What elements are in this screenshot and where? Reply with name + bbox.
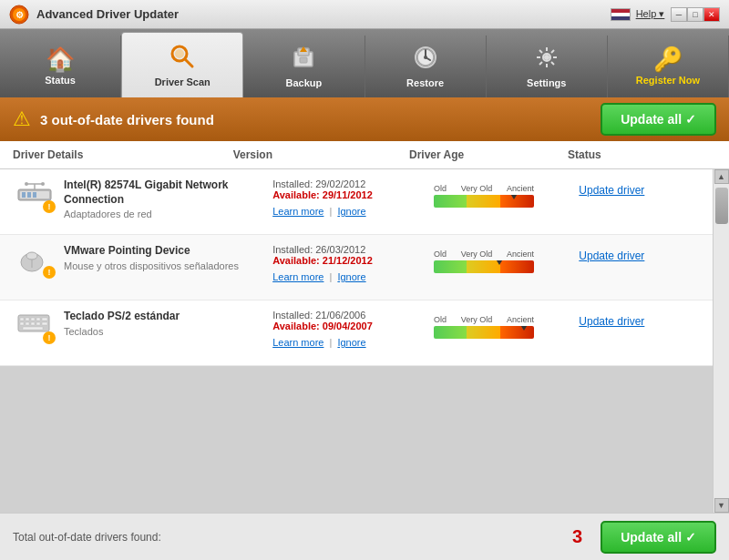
- svg-point-33: [41, 182, 45, 186]
- learn-more-link-2[interactable]: Learn more: [272, 271, 323, 282]
- svg-rect-42: [42, 318, 47, 321]
- nav-label-register: Register Now: [636, 75, 700, 86]
- age-bar-container-3: Old Very Old Ancient: [434, 315, 534, 339]
- version-installed-3: Installed: 21/06/2006: [272, 310, 434, 321]
- svg-line-20: [539, 50, 542, 53]
- age-bar-1: [434, 195, 534, 208]
- age-label-veryold-3: Very Old: [461, 315, 493, 324]
- driver-list: ! Intel(R) 82574L Gigabit Network Connec…: [0, 169, 713, 513]
- nav-item-driver-scan[interactable]: Driver Scan: [121, 32, 243, 97]
- warning-badge-1: !: [43, 200, 56, 213]
- svg-point-5: [175, 49, 184, 58]
- svg-rect-47: [42, 322, 47, 325]
- pipe-separator-3: |: [329, 337, 334, 348]
- alert-message: 3 out-of-date drivers found: [40, 112, 601, 127]
- warning-icon: ⚠: [13, 107, 31, 131]
- version-available-2: Available: 21/12/2012: [272, 255, 434, 266]
- maximize-button[interactable]: □: [687, 7, 703, 22]
- main-content: ⚠ 3 out-of-date drivers found Update all…: [0, 97, 729, 560]
- svg-line-23: [539, 62, 542, 65]
- nav-item-restore[interactable]: Restore: [365, 36, 487, 97]
- nav-label-status: Status: [45, 75, 76, 86]
- driver-info-1: Intel(R) 82574L Gigabit Network Connecti…: [64, 178, 272, 219]
- svg-point-36: [26, 252, 37, 260]
- svg-point-32: [25, 182, 28, 186]
- scrollbar-thumb[interactable]: [715, 188, 728, 224]
- nav-label-restore: Restore: [406, 77, 444, 88]
- scroll-up-arrow[interactable]: ▲: [714, 169, 729, 184]
- driver-version-2: Installed: 26/03/2012 Available: 21/12/2…: [272, 244, 434, 282]
- nav-item-settings[interactable]: Settings: [487, 36, 608, 97]
- col-header-status: Status: [568, 148, 700, 161]
- svg-rect-8: [300, 57, 307, 63]
- update-driver-link-2[interactable]: Update driver: [579, 249, 644, 262]
- total-label: Total out-of-date drivers found:: [13, 531, 572, 544]
- svg-rect-41: [36, 318, 40, 321]
- age-bar-container-1: Old Very Old Ancient: [434, 184, 534, 208]
- ignore-link-1[interactable]: Ignore: [337, 206, 365, 217]
- age-bar-2: [434, 260, 534, 273]
- col-header-version: Version: [233, 148, 409, 161]
- update-driver-link-1[interactable]: Update driver: [579, 184, 644, 197]
- driver-name-2: VMware Pointing Device: [64, 244, 265, 259]
- driver-icon-area-3: !: [13, 310, 56, 341]
- warning-badge-3: !: [43, 331, 56, 344]
- driver-category-1: Adaptadores de red: [64, 209, 265, 219]
- svg-rect-40: [31, 318, 35, 321]
- update-all-button-bottom[interactable]: Update all ✓: [601, 521, 716, 554]
- update-driver-link-3[interactable]: Update driver: [579, 315, 644, 328]
- nav-item-status[interactable]: 🏠 Status: [0, 36, 121, 97]
- driver-name-1: Intel(R) 82574L Gigabit Network Connecti…: [64, 178, 265, 207]
- update-all-button-top[interactable]: Update all ✓: [601, 103, 716, 136]
- version-installed-2: Installed: 26/03/2012: [272, 244, 434, 255]
- driver-icon-area-2: !: [13, 244, 56, 275]
- close-button[interactable]: ✕: [703, 7, 720, 22]
- help-button[interactable]: Help ▾: [636, 8, 665, 20]
- age-label-ancient-1: Ancient: [507, 184, 534, 193]
- app-logo: ⚙: [9, 5, 29, 25]
- ignore-link-3[interactable]: Ignore: [337, 337, 365, 348]
- svg-line-21: [551, 62, 554, 65]
- driver-age-3: Old Very Old Ancient: [434, 310, 579, 339]
- learn-more-link-1[interactable]: Learn more: [272, 206, 323, 217]
- search-icon: [169, 44, 195, 73]
- driver-age-2: Old Very Old Ancient: [434, 244, 579, 273]
- alert-banner: ⚠ 3 out-of-date drivers found Update all…: [0, 97, 729, 141]
- age-bar-container-2: Old Very Old Ancient: [434, 249, 534, 273]
- svg-text:⚙: ⚙: [15, 10, 24, 20]
- driver-category-2: Mouse y otros dispositivos señaladores: [64, 260, 265, 271]
- driver-version-1: Installed: 29/02/2012 Available: 29/11/2…: [272, 178, 434, 217]
- mouse-icon: [17, 248, 46, 273]
- age-label-veryold-2: Very Old: [461, 249, 493, 259]
- table-row: ! Intel(R) 82574L Gigabit Network Connec…: [0, 169, 713, 235]
- learn-more-link-3[interactable]: Learn more: [272, 337, 323, 348]
- nav-label-driver-scan: Driver Scan: [155, 76, 210, 87]
- nav-item-backup[interactable]: Backup: [243, 36, 364, 97]
- svg-rect-27: [22, 192, 26, 198]
- age-label-ancient-2: Ancient: [507, 249, 534, 259]
- svg-rect-29: [33, 192, 36, 198]
- version-installed-1: Installed: 29/02/2012: [272, 178, 434, 189]
- home-icon: 🏠: [46, 47, 75, 71]
- scrollbar-track[interactable]: ▲ ▼: [713, 169, 729, 513]
- age-label-veryold-1: Very Old: [461, 184, 493, 193]
- age-bar-labels-3: Old Very Old Ancient: [434, 315, 534, 324]
- ignore-link-2[interactable]: Ignore: [337, 271, 365, 282]
- nav-item-register[interactable]: 🔑 Register Now: [608, 36, 729, 97]
- driver-category-3: Teclados: [64, 326, 265, 337]
- version-available-3: Available: 09/04/2007: [272, 321, 434, 331]
- driver-info-3: Teclado PS/2 estándar Teclados: [64, 310, 272, 337]
- version-links-1: Learn more | Ignore: [272, 206, 434, 217]
- svg-point-24: [544, 55, 549, 60]
- age-bar-labels-2: Old Very Old Ancient: [434, 249, 534, 259]
- driver-name-3: Teclado PS/2 estándar: [64, 310, 265, 324]
- svg-rect-48: [23, 327, 43, 330]
- nav-label-settings: Settings: [527, 77, 566, 88]
- scroll-down-arrow[interactable]: ▼: [714, 498, 729, 513]
- svg-rect-39: [26, 318, 29, 321]
- svg-rect-44: [26, 322, 29, 325]
- table-header: Driver Details Version Driver Age Status: [0, 141, 729, 169]
- minimize-button[interactable]: ─: [671, 7, 687, 22]
- version-links-2: Learn more | Ignore: [272, 271, 434, 282]
- age-bar-labels-1: Old Very Old Ancient: [434, 184, 534, 193]
